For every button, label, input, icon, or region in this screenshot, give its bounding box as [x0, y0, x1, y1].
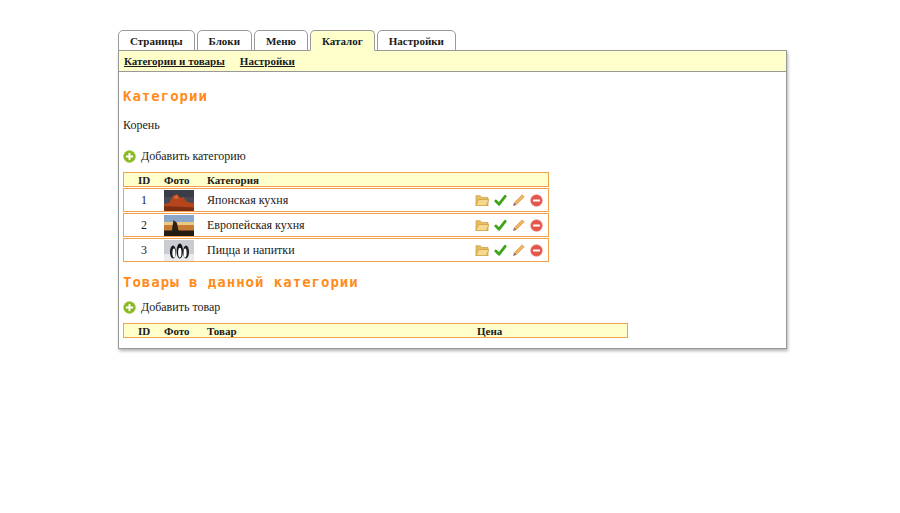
categories-title: Категории	[123, 88, 782, 104]
folder-icon[interactable]	[475, 194, 489, 206]
category-name-cell: Японская кухня	[207, 193, 472, 208]
tab-catalog[interactable]: Каталог	[310, 30, 375, 51]
check-icon[interactable]	[494, 194, 507, 207]
add-product-link[interactable]: Добавить товар	[123, 300, 220, 315]
tab-pages[interactable]: Страницы	[118, 30, 195, 51]
category-photo-thumbnail	[164, 190, 194, 211]
category-name-link[interactable]: Японская кухня	[207, 193, 288, 207]
tab-settings[interactable]: Настройки	[377, 30, 456, 51]
tab-menu[interactable]: Меню	[254, 30, 308, 51]
products-title: Товары в данной категории	[123, 274, 782, 290]
col-header-id: ID	[124, 174, 164, 186]
delete-icon[interactable]	[530, 194, 543, 207]
category-name-cell: Пицца и напитки	[207, 243, 472, 258]
catalog-content: Категории Корень Добавить категорию ID Ф…	[119, 72, 786, 348]
admin-app: Страницы Блоки Меню Каталог Настройки Ка…	[118, 30, 787, 349]
delete-icon[interactable]	[530, 219, 543, 232]
add-category-label: Добавить категорию	[141, 149, 246, 164]
catalog-panel: Категории и товары Настройки Категории К…	[118, 50, 787, 349]
category-table-row: 3	[123, 238, 549, 262]
category-id: 1	[124, 193, 164, 208]
tab-blocks[interactable]: Блоки	[197, 30, 252, 51]
col-header-category: Категория	[207, 174, 472, 186]
category-photo-thumbnail	[164, 215, 194, 236]
category-name-link[interactable]: Европейская кухня	[207, 218, 305, 232]
category-photo-thumbnail	[164, 240, 194, 261]
col-header-price: Цена	[477, 325, 627, 337]
category-photo-cell	[164, 240, 207, 261]
category-actions	[472, 219, 548, 232]
submenu-categories-products-link[interactable]: Категории и товары	[124, 55, 225, 67]
delete-icon[interactable]	[530, 244, 543, 257]
add-category-link[interactable]: Добавить категорию	[123, 149, 246, 164]
category-actions	[472, 194, 548, 207]
category-photo-cell	[164, 190, 207, 211]
pencil-icon[interactable]	[512, 219, 525, 232]
page: Страницы Блоки Меню Каталог Настройки Ка…	[0, 0, 900, 513]
catalog-submenu: Категории и товары Настройки	[119, 51, 786, 72]
category-name-cell: Европейская кухня	[207, 218, 472, 233]
pencil-icon[interactable]	[512, 194, 525, 207]
submenu-settings-link[interactable]: Настройки	[240, 55, 295, 67]
col-header-product: Товар	[207, 325, 477, 337]
pencil-icon[interactable]	[512, 244, 525, 257]
category-table-row: 1	[123, 188, 549, 212]
add-icon	[123, 150, 136, 163]
category-name-link[interactable]: Пицца и напитки	[207, 243, 295, 257]
folder-icon[interactable]	[475, 244, 489, 256]
col-header-photo: Фото	[164, 174, 207, 186]
category-photo-cell	[164, 215, 207, 236]
col-header-photo: Фото	[164, 325, 207, 337]
categories-table: ID Фото Категория 1	[123, 172, 549, 262]
products-table: ID Фото Товар Цена	[123, 323, 628, 338]
categories-table-body: 1	[123, 188, 549, 262]
category-actions	[472, 244, 548, 257]
categories-table-header: ID Фото Категория	[123, 172, 549, 187]
add-product-label: Добавить товар	[141, 300, 220, 315]
tab-bar: Страницы Блоки Меню Каталог Настройки	[118, 30, 787, 51]
check-icon[interactable]	[494, 219, 507, 232]
col-header-id: ID	[124, 325, 164, 337]
add-icon	[123, 301, 136, 314]
products-table-header: ID Фото Товар Цена	[123, 323, 628, 338]
category-id: 3	[124, 243, 164, 258]
category-id: 2	[124, 218, 164, 233]
category-table-row: 2	[123, 213, 549, 237]
folder-icon[interactable]	[475, 219, 489, 231]
root-breadcrumb-link[interactable]: Корень	[123, 118, 160, 133]
check-icon[interactable]	[494, 244, 507, 257]
